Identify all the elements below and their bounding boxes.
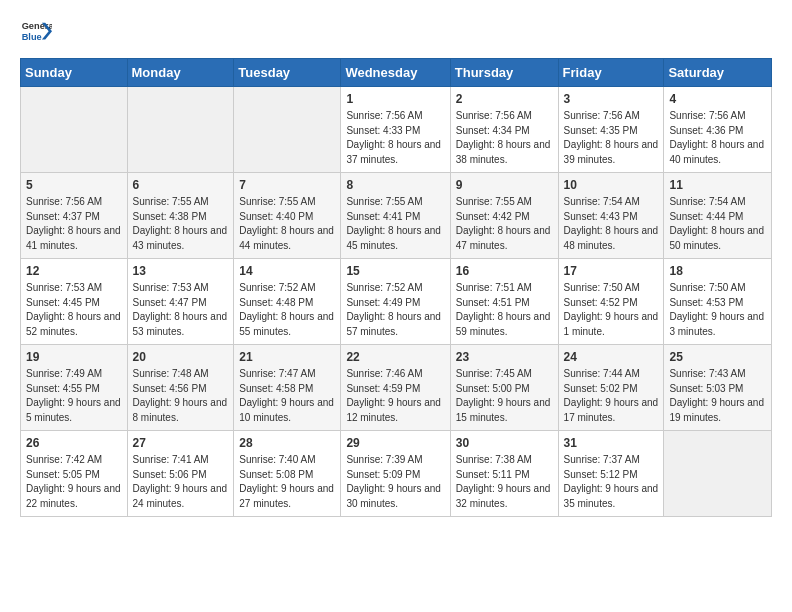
calendar-cell: 4Sunrise: 7:56 AM Sunset: 4:36 PM Daylig… (664, 87, 772, 173)
header: General Blue (20, 16, 772, 48)
calendar-cell: 10Sunrise: 7:54 AM Sunset: 4:43 PM Dayli… (558, 173, 664, 259)
calendar-cell: 24Sunrise: 7:44 AM Sunset: 5:02 PM Dayli… (558, 345, 664, 431)
calendar-cell: 11Sunrise: 7:54 AM Sunset: 4:44 PM Dayli… (664, 173, 772, 259)
day-info: Sunrise: 7:53 AM Sunset: 4:47 PM Dayligh… (133, 281, 229, 339)
weekday-header-sunday: Sunday (21, 59, 128, 87)
day-info: Sunrise: 7:55 AM Sunset: 4:38 PM Dayligh… (133, 195, 229, 253)
calendar-cell: 7Sunrise: 7:55 AM Sunset: 4:40 PM Daylig… (234, 173, 341, 259)
day-number: 17 (564, 264, 659, 278)
day-number: 12 (26, 264, 122, 278)
calendar-cell: 3Sunrise: 7:56 AM Sunset: 4:35 PM Daylig… (558, 87, 664, 173)
day-info: Sunrise: 7:50 AM Sunset: 4:53 PM Dayligh… (669, 281, 766, 339)
calendar-cell: 30Sunrise: 7:38 AM Sunset: 5:11 PM Dayli… (450, 431, 558, 517)
day-number: 18 (669, 264, 766, 278)
calendar-table: SundayMondayTuesdayWednesdayThursdayFrid… (20, 58, 772, 517)
calendar-cell: 12Sunrise: 7:53 AM Sunset: 4:45 PM Dayli… (21, 259, 128, 345)
calendar-cell: 26Sunrise: 7:42 AM Sunset: 5:05 PM Dayli… (21, 431, 128, 517)
calendar-cell: 14Sunrise: 7:52 AM Sunset: 4:48 PM Dayli… (234, 259, 341, 345)
logo: General Blue (20, 16, 52, 48)
day-number: 19 (26, 350, 122, 364)
day-info: Sunrise: 7:41 AM Sunset: 5:06 PM Dayligh… (133, 453, 229, 511)
day-info: Sunrise: 7:56 AM Sunset: 4:34 PM Dayligh… (456, 109, 553, 167)
day-number: 21 (239, 350, 335, 364)
day-info: Sunrise: 7:47 AM Sunset: 4:58 PM Dayligh… (239, 367, 335, 425)
day-number: 16 (456, 264, 553, 278)
calendar-cell: 16Sunrise: 7:51 AM Sunset: 4:51 PM Dayli… (450, 259, 558, 345)
calendar-week-row: 12Sunrise: 7:53 AM Sunset: 4:45 PM Dayli… (21, 259, 772, 345)
day-number: 7 (239, 178, 335, 192)
day-info: Sunrise: 7:49 AM Sunset: 4:55 PM Dayligh… (26, 367, 122, 425)
calendar-cell: 19Sunrise: 7:49 AM Sunset: 4:55 PM Dayli… (21, 345, 128, 431)
day-number: 26 (26, 436, 122, 450)
calendar-cell: 8Sunrise: 7:55 AM Sunset: 4:41 PM Daylig… (341, 173, 450, 259)
day-number: 1 (346, 92, 444, 106)
calendar-cell: 6Sunrise: 7:55 AM Sunset: 4:38 PM Daylig… (127, 173, 234, 259)
weekday-header-row: SundayMondayTuesdayWednesdayThursdayFrid… (21, 59, 772, 87)
day-info: Sunrise: 7:37 AM Sunset: 5:12 PM Dayligh… (564, 453, 659, 511)
calendar-cell: 18Sunrise: 7:50 AM Sunset: 4:53 PM Dayli… (664, 259, 772, 345)
calendar-cell (127, 87, 234, 173)
day-number: 11 (669, 178, 766, 192)
day-number: 31 (564, 436, 659, 450)
calendar-cell (664, 431, 772, 517)
day-info: Sunrise: 7:40 AM Sunset: 5:08 PM Dayligh… (239, 453, 335, 511)
weekday-header-saturday: Saturday (664, 59, 772, 87)
page: General Blue SundayMondayTuesdayWednesda… (0, 0, 792, 612)
calendar-cell (234, 87, 341, 173)
day-info: Sunrise: 7:56 AM Sunset: 4:37 PM Dayligh… (26, 195, 122, 253)
day-info: Sunrise: 7:44 AM Sunset: 5:02 PM Dayligh… (564, 367, 659, 425)
day-info: Sunrise: 7:55 AM Sunset: 4:42 PM Dayligh… (456, 195, 553, 253)
day-info: Sunrise: 7:39 AM Sunset: 5:09 PM Dayligh… (346, 453, 444, 511)
day-number: 29 (346, 436, 444, 450)
day-number: 10 (564, 178, 659, 192)
day-info: Sunrise: 7:43 AM Sunset: 5:03 PM Dayligh… (669, 367, 766, 425)
calendar-cell: 25Sunrise: 7:43 AM Sunset: 5:03 PM Dayli… (664, 345, 772, 431)
day-number: 3 (564, 92, 659, 106)
calendar-cell: 9Sunrise: 7:55 AM Sunset: 4:42 PM Daylig… (450, 173, 558, 259)
day-info: Sunrise: 7:56 AM Sunset: 4:35 PM Dayligh… (564, 109, 659, 167)
day-number: 13 (133, 264, 229, 278)
weekday-header-thursday: Thursday (450, 59, 558, 87)
day-info: Sunrise: 7:56 AM Sunset: 4:36 PM Dayligh… (669, 109, 766, 167)
calendar-cell: 17Sunrise: 7:50 AM Sunset: 4:52 PM Dayli… (558, 259, 664, 345)
day-info: Sunrise: 7:46 AM Sunset: 4:59 PM Dayligh… (346, 367, 444, 425)
day-number: 2 (456, 92, 553, 106)
day-number: 5 (26, 178, 122, 192)
day-number: 14 (239, 264, 335, 278)
calendar-cell: 20Sunrise: 7:48 AM Sunset: 4:56 PM Dayli… (127, 345, 234, 431)
day-info: Sunrise: 7:48 AM Sunset: 4:56 PM Dayligh… (133, 367, 229, 425)
day-info: Sunrise: 7:45 AM Sunset: 5:00 PM Dayligh… (456, 367, 553, 425)
day-number: 28 (239, 436, 335, 450)
day-info: Sunrise: 7:55 AM Sunset: 4:40 PM Dayligh… (239, 195, 335, 253)
calendar-cell: 29Sunrise: 7:39 AM Sunset: 5:09 PM Dayli… (341, 431, 450, 517)
day-number: 24 (564, 350, 659, 364)
day-info: Sunrise: 7:38 AM Sunset: 5:11 PM Dayligh… (456, 453, 553, 511)
weekday-header-monday: Monday (127, 59, 234, 87)
day-number: 30 (456, 436, 553, 450)
logo-icon: General Blue (20, 16, 52, 48)
day-number: 6 (133, 178, 229, 192)
day-info: Sunrise: 7:54 AM Sunset: 4:44 PM Dayligh… (669, 195, 766, 253)
calendar-cell: 13Sunrise: 7:53 AM Sunset: 4:47 PM Dayli… (127, 259, 234, 345)
calendar-cell: 23Sunrise: 7:45 AM Sunset: 5:00 PM Dayli… (450, 345, 558, 431)
svg-text:Blue: Blue (22, 32, 42, 42)
calendar-cell: 31Sunrise: 7:37 AM Sunset: 5:12 PM Dayli… (558, 431, 664, 517)
calendar-cell: 2Sunrise: 7:56 AM Sunset: 4:34 PM Daylig… (450, 87, 558, 173)
day-info: Sunrise: 7:53 AM Sunset: 4:45 PM Dayligh… (26, 281, 122, 339)
day-number: 9 (456, 178, 553, 192)
day-number: 20 (133, 350, 229, 364)
calendar-cell: 15Sunrise: 7:52 AM Sunset: 4:49 PM Dayli… (341, 259, 450, 345)
day-info: Sunrise: 7:52 AM Sunset: 4:48 PM Dayligh… (239, 281, 335, 339)
weekday-header-tuesday: Tuesday (234, 59, 341, 87)
calendar-week-row: 5Sunrise: 7:56 AM Sunset: 4:37 PM Daylig… (21, 173, 772, 259)
day-number: 15 (346, 264, 444, 278)
day-info: Sunrise: 7:54 AM Sunset: 4:43 PM Dayligh… (564, 195, 659, 253)
day-info: Sunrise: 7:51 AM Sunset: 4:51 PM Dayligh… (456, 281, 553, 339)
day-number: 23 (456, 350, 553, 364)
day-info: Sunrise: 7:55 AM Sunset: 4:41 PM Dayligh… (346, 195, 444, 253)
day-number: 4 (669, 92, 766, 106)
calendar-cell: 1Sunrise: 7:56 AM Sunset: 4:33 PM Daylig… (341, 87, 450, 173)
day-number: 8 (346, 178, 444, 192)
day-info: Sunrise: 7:56 AM Sunset: 4:33 PM Dayligh… (346, 109, 444, 167)
calendar-week-row: 26Sunrise: 7:42 AM Sunset: 5:05 PM Dayli… (21, 431, 772, 517)
